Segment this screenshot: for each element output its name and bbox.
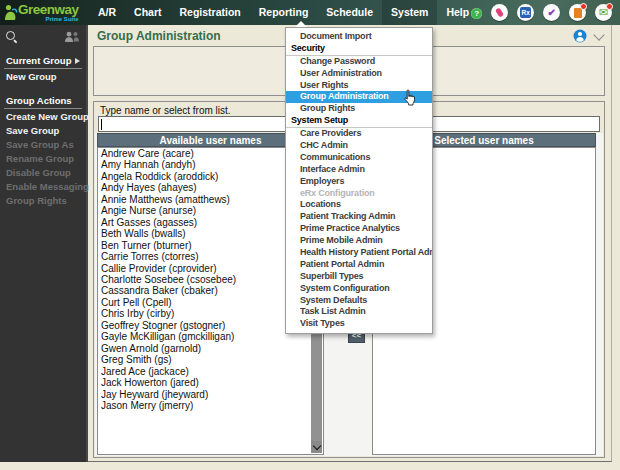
menu-item-care-providers[interactable]: Care Providers [286,128,432,140]
group-users-icon[interactable] [64,31,80,43]
menu-item-visit-types[interactable]: Visit Types [286,318,432,330]
sidebar-header-current-group[interactable]: Current Group [4,54,82,69]
sidebar-item-save-group-as: Save Group As [0,137,86,151]
tasks-icon[interactable] [543,4,560,21]
menu-item-ar[interactable]: A/R [89,0,125,25]
sidebar-sections: Current GroupNew GroupGroup ActionsCreat… [0,54,86,207]
menu-item-help[interactable]: Help? [437,0,491,25]
sidebar-item-rename-group: Rename Group [0,151,86,165]
user-list-item[interactable]: Jared Ace (jackace) [98,366,323,377]
sidebar-item-new-group[interactable]: New Group [0,69,86,83]
sidebar-item-save-group[interactable]: Save Group [0,123,86,137]
sidebar: Current GroupNew GroupGroup ActionsCreat… [0,25,88,462]
menu-item-chart[interactable]: Chart [125,0,170,25]
greenway-logo: Greenway Prime Suite [0,3,89,22]
dropdown-pointer [295,21,307,27]
chevron-down-icon[interactable] [593,29,604,40]
sidebar-header-group-actions[interactable]: Group Actions [4,94,82,109]
greenway-figure-icon [3,4,18,22]
menu-item-employers[interactable]: Employers [286,176,432,188]
sidebar-item-disable-group: Disable Group [0,165,86,179]
help-icon[interactable]: ? [471,8,482,19]
brand-name: Greenway [18,3,79,17]
user-list-item[interactable]: Gwen Arnold (garnold) [98,343,323,354]
microphone-icon[interactable] [491,4,508,21]
page-title: Group Administration [97,29,221,43]
menu-item-change-password[interactable]: Change Password [286,56,432,68]
menu-item-system-configuration[interactable]: System Configuration [286,283,432,295]
menu-item-health-history-patient-portal-admin[interactable]: Health History Patient Portal Admin [286,247,432,259]
user-list-item[interactable]: Greg Smith (gs) [98,354,323,365]
menu-item-user-administration[interactable]: User Administration [286,68,432,80]
top-menu: A/RChartRegistrationReportingScheduleSys… [89,0,491,25]
scroll-down-icon[interactable] [311,441,322,453]
text-caret [101,119,102,130]
brand-subtitle: Prime Suite [18,16,79,22]
user-list-item[interactable]: Jay Heyward (jheyward) [98,389,323,400]
menu-item-system-defaults[interactable]: System Defaults [286,295,432,307]
menu-item-communications[interactable]: Communications [286,152,432,164]
menu-item-document-import[interactable]: Document Import [286,31,432,43]
user-list-item[interactable]: Jack Howerton (jared) [98,377,323,388]
document-icon[interactable] [569,4,586,21]
menu-item-interface-admin[interactable]: Interface Admin [286,164,432,176]
menu-item-erx-configuration: eRx Configuration [286,188,432,200]
mail-icon[interactable] [595,4,612,21]
menu-item-reporting[interactable]: Reporting [250,0,318,25]
user-list-item[interactable]: Jason Merry (jmerry) [98,400,323,411]
menu-item-patient-tracking-admin[interactable]: Patient Tracking Admin [286,211,432,223]
system-dropdown-menu: Document ImportSecurityChange PasswordUs… [285,27,433,334]
sidebar-item-group-rights: Group Rights [0,193,86,207]
sidebar-item-enable-messaging: Enable Messaging [0,179,86,193]
menu-item-task-list-admin[interactable]: Task List Admin [286,306,432,318]
arrow-right-icon [75,58,80,64]
type-name-label: Type name or select from list. [100,105,231,116]
menu-item-prime-mobile-admin[interactable]: Prime Mobile Admin [286,235,432,247]
menu-item-superbill-types[interactable]: Superbill Types [286,271,432,283]
menu-item-chc-admin[interactable]: CHC Admin [286,140,432,152]
user-profile-icon[interactable] [573,29,587,43]
menu-item-system[interactable]: System [382,0,437,25]
sidebar-item-create-new-group[interactable]: Create New Group [0,109,86,123]
hand-cursor-icon [402,89,418,110]
search-icon[interactable] [5,30,18,43]
menu-item-patient-portal-admin[interactable]: Patient Portal Admin [286,259,432,271]
menu-item-locations[interactable]: Locations [286,199,432,211]
menu-item-registration[interactable]: Registration [171,0,250,25]
menu-section-system-setup: System Setup [286,115,432,128]
topbar-icons [491,4,620,21]
menu-item-prime-practice-analytics[interactable]: Prime Practice Analytics [286,223,432,235]
rx-icon[interactable] [517,4,534,21]
menu-section-security: Security [286,43,432,56]
top-bar: Greenway Prime Suite A/RChartRegistratio… [0,0,620,25]
menu-item-schedule[interactable]: Schedule [317,0,382,25]
